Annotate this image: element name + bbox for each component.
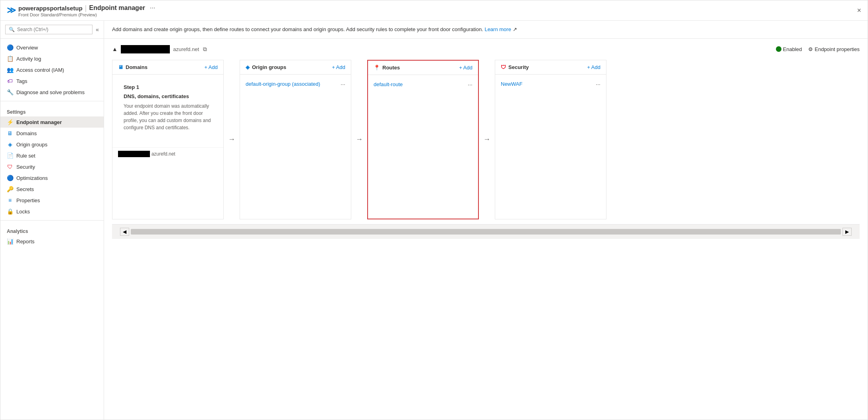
header-logo: ≫ powerappsportalsetup | Endpoint manage…: [7, 4, 157, 17]
columns-container: 🖥 Domains + Add Step 1 DNS, domains, cer…: [112, 60, 860, 219]
endpoint-collapse-arrow[interactable]: ▲: [112, 46, 118, 52]
security-icon: 🛡: [7, 164, 13, 170]
routes-add-button[interactable]: + Add: [459, 65, 472, 71]
origin-groups-icon: ◈: [7, 141, 13, 148]
sidebar-item-label: Properties: [16, 197, 40, 203]
footer-name-redacted: [118, 151, 150, 157]
reports-icon: 📊: [7, 238, 13, 245]
header: ≫ powerappsportalsetup | Endpoint manage…: [0, 0, 868, 21]
arrow-3: →: [479, 60, 495, 219]
header-ellipsis-button[interactable]: ···: [148, 4, 157, 12]
sidebar-item-optimizations[interactable]: 🔵 Optimizations: [0, 172, 104, 183]
scrollbar-track[interactable]: [131, 229, 841, 235]
activity-log-icon: 📋: [7, 55, 13, 62]
sidebar-item-rule-set[interactable]: 📄 Rule set: [0, 150, 104, 161]
origin-groups-column: ◈ Origin groups + Add default-origin-gro…: [240, 60, 351, 219]
search-input[interactable]: [17, 27, 89, 32]
sidebar-item-label: Diagnose and solve problems: [16, 89, 85, 95]
sidebar-item-domains[interactable]: 🖥 Domains: [0, 128, 104, 139]
endpoint-name-redacted: [121, 45, 170, 53]
endpoint-header: ▲ azurefd.net ⧉ Enabled ⚙ Endpoin: [112, 45, 860, 53]
scroll-left-button[interactable]: ◀: [120, 228, 129, 236]
header-subtitle: Front Door Standard/Premium (Preview): [18, 12, 157, 17]
enabled-dot: [776, 46, 781, 52]
scroll-right-button[interactable]: ▶: [842, 228, 852, 236]
domains-column-icon: 🖥: [118, 64, 123, 70]
arrow-2: →: [351, 60, 367, 219]
domains-step-content: Step 1 DNS, domains, certificates Your e…: [118, 79, 218, 136]
routes-column-icon: 📍: [374, 65, 380, 71]
endpoint-domain-suffix: azurefd.net: [173, 46, 199, 52]
route-item-menu[interactable]: ···: [468, 81, 472, 88]
sidebar-item-tags[interactable]: 🏷 Tags: [0, 75, 104, 87]
route-link[interactable]: default-route: [374, 81, 403, 87]
endpoint-section: ▲ azurefd.net ⧉ Enabled ⚙ Endpoin: [104, 39, 868, 245]
sidebar-collapse-button[interactable]: «: [96, 26, 99, 33]
routes-column: 📍 Routes + Add default-route ···: [367, 60, 479, 219]
sidebar-item-label: Locks: [16, 209, 30, 215]
sidebar-item-overview[interactable]: 🔵 Overview: [0, 42, 104, 53]
origin-groups-add-button[interactable]: + Add: [332, 64, 345, 70]
search-icon: 🔍: [9, 27, 15, 32]
resource-name: powerappsportalsetup: [18, 5, 83, 12]
sidebar-item-locks[interactable]: 🔒 Locks: [0, 206, 104, 217]
sidebar-item-diagnose[interactable]: 🔧 Diagnose and solve problems: [0, 87, 104, 98]
arrow-1: →: [224, 60, 240, 219]
analytics-divider: [0, 220, 104, 221]
step-description: Your endpoint domain was automatically a…: [124, 103, 212, 131]
security-item-menu[interactable]: ···: [596, 81, 600, 87]
endpoint-properties-button[interactable]: ⚙ Endpoint properties: [808, 46, 860, 52]
sidebar-item-secrets[interactable]: 🔑 Secrets: [0, 183, 104, 195]
resource-info: powerappsportalsetup | Endpoint manager …: [18, 4, 157, 17]
security-column-header: 🛡 Security + Add: [495, 60, 606, 75]
learn-more-link[interactable]: Learn more: [484, 26, 511, 32]
enabled-badge: Enabled: [776, 46, 802, 52]
endpoint-manager-icon: ⚡: [7, 119, 13, 125]
sidebar-item-label: Tags: [16, 78, 27, 84]
sidebar-item-label: Activity log: [16, 56, 41, 62]
origin-groups-column-icon: ◈: [246, 64, 250, 70]
sidebar-item-security[interactable]: 🛡 Security: [0, 161, 104, 172]
main-layout: 🔍 « 🔵 Overview 📋 Activity log 👥 A: [0, 21, 868, 420]
properties-sliders-icon: ⚙: [808, 46, 813, 52]
domains-column: 🖥 Domains + Add Step 1 DNS, domains, cer…: [112, 60, 224, 219]
header-divider: |: [85, 4, 87, 12]
close-button[interactable]: ×: [857, 6, 861, 15]
logo-icon: ≫: [7, 5, 16, 16]
properties-icon: ≡: [7, 197, 13, 203]
sidebar-item-properties[interactable]: ≡ Properties: [0, 195, 104, 206]
header-left: ≫ powerappsportalsetup | Endpoint manage…: [7, 4, 157, 17]
waf-link[interactable]: NewWAF: [501, 81, 522, 87]
origin-groups-column-header: ◈ Origin groups + Add: [240, 60, 351, 75]
step-number: Step 1: [124, 84, 212, 90]
locks-icon: 🔒: [7, 208, 13, 215]
sidebar-item-iam[interactable]: 👥 Access control (IAM): [0, 64, 104, 75]
overview-icon: 🔵: [7, 44, 13, 51]
content-description: Add domains and create origin groups, th…: [112, 26, 860, 34]
security-add-button[interactable]: + Add: [587, 64, 600, 70]
sidebar-item-label: Security: [16, 164, 35, 170]
sidebar-item-label: Domains: [16, 130, 37, 136]
domains-column-header: 🖥 Domains + Add: [112, 60, 223, 75]
routes-column-header: 📍 Routes + Add: [368, 61, 478, 75]
origin-group-link[interactable]: default-origin-group (associated): [246, 81, 320, 87]
security-item-1: NewWAF ···: [501, 79, 600, 89]
copy-endpoint-button[interactable]: ⧉: [202, 45, 208, 53]
domains-add-button[interactable]: + Add: [204, 64, 218, 70]
sidebar-item-activity-log[interactable]: 📋 Activity log: [0, 53, 104, 64]
security-column-icon: 🛡: [501, 64, 506, 70]
sidebar-item-label: Reports: [16, 239, 35, 245]
sidebar-item-reports[interactable]: 📊 Reports: [0, 236, 104, 247]
sidebar-item-label: Rule set: [16, 153, 35, 159]
search-box[interactable]: 🔍: [5, 25, 93, 34]
origin-group-item-menu[interactable]: ···: [341, 81, 345, 87]
footer-domain-suffix: azurefd.net: [152, 151, 175, 157]
origin-groups-column-body: default-origin-group (associated) ···: [240, 75, 351, 94]
step-title: DNS, domains, certificates: [124, 93, 212, 99]
sidebar-item-origin-groups[interactable]: ◈ Origin groups: [0, 139, 104, 150]
sidebar-item-endpoint-manager[interactable]: ⚡ Endpoint manager: [0, 116, 104, 128]
tags-icon: 🏷: [7, 78, 13, 84]
analytics-section-label: Analytics: [0, 224, 104, 236]
sidebar-item-label: Overview: [16, 45, 38, 51]
scrollbar-area: ◀ ▶: [112, 224, 860, 239]
